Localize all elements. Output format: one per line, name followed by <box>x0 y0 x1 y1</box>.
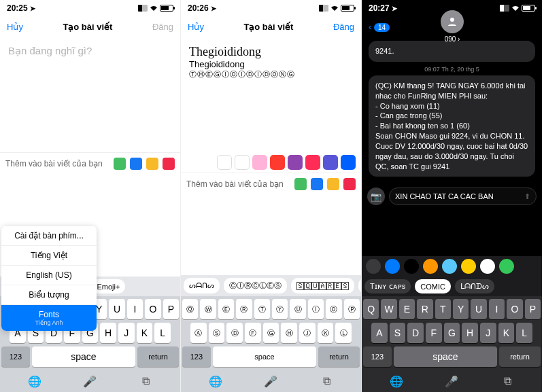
key-s[interactable]: Ⓢ <box>209 323 225 343</box>
app-icon[interactable] <box>423 259 438 274</box>
key-e[interactable]: Ⓔ <box>218 299 234 319</box>
key-p[interactable]: P <box>525 299 541 319</box>
video-icon[interactable] <box>163 158 175 170</box>
globe-icon[interactable]: 🌐 <box>390 374 403 388</box>
key-d[interactable]: D <box>407 323 424 343</box>
key-l[interactable]: L <box>516 323 532 343</box>
avatar[interactable] <box>441 10 464 33</box>
key-t[interactable]: T <box>435 299 451 319</box>
key-p[interactable]: P <box>163 299 179 319</box>
scan-icon[interactable]: ⧉ <box>139 374 152 388</box>
key-l[interactable]: Ⓛ <box>335 323 352 343</box>
post-button[interactable]: Đăng <box>333 22 354 32</box>
font-chip-comic[interactable]: COMIC <box>415 279 451 293</box>
key-g[interactable]: Ⓖ <box>263 323 279 343</box>
app-icon[interactable] <box>366 259 381 274</box>
key-k[interactable]: Ⓚ <box>318 323 334 343</box>
app-strip[interactable] <box>362 256 542 277</box>
globe-icon[interactable]: 🌐 <box>28 374 41 388</box>
app-icon[interactable] <box>404 259 419 274</box>
contact-name[interactable]: 090 › <box>445 35 460 43</box>
font-chip-share[interactable]: Share A <box>358 278 361 293</box>
background-picker[interactable] <box>181 152 361 173</box>
key-s[interactable]: S <box>390 323 406 343</box>
key-i[interactable]: Ⓘ <box>308 299 324 319</box>
key-k[interactable]: K <box>137 323 153 343</box>
key-return[interactable]: return <box>137 346 179 367</box>
bg-swatch[interactable] <box>323 155 338 170</box>
key-i[interactable]: I <box>127 299 143 319</box>
composer[interactable]: Thegioididong Thegioididong ⓉⒽⒺⒼⒾⓄⒾⒹⒾⒹⓄⓃ… <box>181 37 361 152</box>
key-y[interactable]: Y <box>453 299 469 319</box>
message-bubble[interactable]: (QC) KM thang 5! TANG NGAY 6.000d khi ta… <box>369 75 535 177</box>
key-d[interactable]: Ⓓ <box>226 323 243 343</box>
photo-icon[interactable] <box>294 178 307 190</box>
key-j[interactable]: Ⓙ <box>299 323 316 343</box>
tag-icon[interactable] <box>311 178 323 190</box>
key-h[interactable]: H <box>100 323 116 343</box>
emoji-icon[interactable] <box>327 178 339 190</box>
key-r[interactable]: R <box>417 299 432 319</box>
key-e[interactable]: E <box>399 299 415 319</box>
key-space[interactable]: space <box>213 346 316 367</box>
mic-icon[interactable]: 🎤 <box>83 374 97 388</box>
post-button[interactable]: Đăng <box>152 22 173 32</box>
key-f[interactable]: Ⓕ <box>245 323 261 343</box>
key-r[interactable]: Ⓡ <box>236 299 252 319</box>
bg-swatch[interactable] <box>341 155 356 170</box>
font-bar[interactable]: ᔕᗩᑎᔕ ⒸⒾⓇⒸⓁⒺⓈ 🅂🅀🅄🄰🅁🄴🅂 Share A <box>181 275 361 296</box>
app-icon[interactable] <box>461 259 476 274</box>
camera-icon[interactable]: 📷 <box>367 188 385 205</box>
app-icon[interactable] <box>442 259 457 274</box>
key-k[interactable]: K <box>498 323 515 343</box>
key-j[interactable]: J <box>118 323 135 343</box>
key-i[interactable]: I <box>489 299 505 319</box>
app-icon[interactable] <box>385 259 400 274</box>
bg-swatch[interactable] <box>288 155 303 170</box>
message-input[interactable]: XIN CHAO TAT CA CAC BAN ⬆ <box>389 188 537 205</box>
key-j[interactable]: J <box>480 323 496 343</box>
key-y[interactable]: Ⓨ <box>272 299 288 319</box>
font-chip-circles[interactable]: ⒸⒾⓇⒸⓁⒺⓈ <box>224 278 287 293</box>
key-a[interactable]: Ⓐ <box>190 323 207 343</box>
emoji-icon[interactable] <box>146 158 158 170</box>
cancel-button[interactable]: Hủy <box>7 22 23 32</box>
key-u[interactable]: U <box>109 299 124 319</box>
font-chip-sans[interactable]: ᔕᗩᑎᔕ <box>184 278 220 293</box>
popup-emoji[interactable]: Biểu tượng <box>1 285 97 304</box>
bg-swatch[interactable] <box>252 155 267 170</box>
key-t[interactable]: Ⓣ <box>254 299 270 319</box>
back-button[interactable]: ‹ 14 <box>369 22 390 32</box>
key-h[interactable]: Ⓗ <box>281 323 297 343</box>
bg-swatch[interactable] <box>305 155 320 170</box>
key-o[interactable]: O <box>145 299 160 319</box>
send-icon[interactable]: ⬆ <box>524 192 530 201</box>
bg-swatch[interactable] <box>217 155 232 170</box>
mic-icon[interactable]: 🎤 <box>445 374 458 388</box>
video-icon[interactable] <box>343 178 356 190</box>
globe-icon[interactable]: 🌐 <box>209 374 222 388</box>
key-u[interactable]: Ⓤ <box>290 299 305 319</box>
bg-swatch[interactable] <box>270 155 285 170</box>
cancel-button[interactable]: Hủy <box>188 22 204 32</box>
scan-icon[interactable]: ⧉ <box>500 374 514 388</box>
key-space[interactable]: space <box>32 346 135 367</box>
key-return[interactable]: return <box>318 346 360 367</box>
conversation[interactable]: 9241. 09:07 Th 2, 20 thg 5 (QC) KM thang… <box>362 37 542 185</box>
message-bubble[interactable]: 9241. <box>369 41 535 62</box>
app-icon[interactable] <box>499 259 514 274</box>
key-q[interactable]: Q <box>363 299 379 319</box>
key-space[interactable]: space <box>394 346 497 367</box>
scan-icon[interactable]: ⧉ <box>320 374 333 388</box>
key-123[interactable]: 123 <box>1 346 30 367</box>
key-return[interactable]: return <box>499 346 541 367</box>
key-q[interactable]: Ⓠ <box>182 299 198 319</box>
key-a[interactable]: A <box>371 323 388 343</box>
key-o[interactable]: O <box>507 299 522 319</box>
popup-vi[interactable]: Tiếng Việt <box>1 245 97 265</box>
composer[interactable]: Bạn đang nghĩ gì? <box>0 37 180 152</box>
key-w[interactable]: Ⓦ <box>200 299 216 319</box>
popup-settings[interactable]: Cài đặt bàn phím... <box>1 226 97 245</box>
photo-icon[interactable] <box>114 158 126 170</box>
key-p[interactable]: Ⓟ <box>344 299 360 319</box>
